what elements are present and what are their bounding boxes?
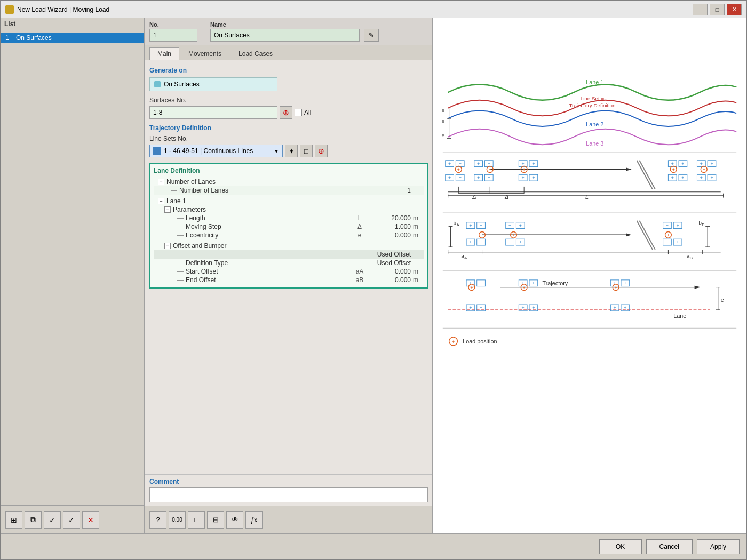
title-bar: New Load Wizard | Moving Load ─ □ ✕: [1, 1, 746, 18]
surfaces-no-input[interactable]: [149, 106, 277, 119]
line-sets-select[interactable]: 1 - 46,49-51 | Continuous Lines ▼: [149, 145, 283, 157]
copy-button[interactable]: ⧉: [25, 511, 42, 529]
collapse-offset-bumper[interactable]: −: [164, 243, 171, 249]
line-sets-add-button[interactable]: ✦: [285, 145, 298, 157]
lane3-diagram-label: Lane 3: [586, 140, 603, 147]
parameters-row: − Parameters: [154, 205, 424, 214]
svg-text:+: +: [512, 233, 515, 238]
tab-main[interactable]: Main: [149, 47, 179, 60]
maximize-button[interactable]: □: [710, 4, 725, 15]
collapse-number-of-lanes[interactable]: −: [158, 179, 164, 185]
moving-step-sym: Δ: [349, 223, 370, 230]
svg-line-7: [639, 161, 655, 189]
window-title: New Load Wizard | Moving Load: [17, 6, 109, 13]
end-offset-unit: m: [413, 276, 424, 284]
end-offset-label: End Offset: [186, 276, 349, 284]
svg-line-74: [639, 221, 655, 250]
tab-load-cases[interactable]: Load Cases: [231, 47, 281, 60]
apply-button[interactable]: Apply: [697, 539, 740, 554]
line-sets-edit-button[interactable]: □: [300, 145, 313, 157]
sidebar-item-on-surfaces[interactable]: 1 On Surfaces: [1, 33, 144, 43]
minimize-button[interactable]: ─: [693, 4, 708, 15]
fx-button[interactable]: ƒx: [245, 511, 263, 529]
svg-text:+: +: [532, 281, 535, 286]
svg-text:+: +: [522, 161, 525, 166]
check2-button[interactable]: ✓: [63, 511, 80, 529]
view-button[interactable]: □: [188, 511, 205, 529]
help-button[interactable]: ?: [149, 511, 166, 529]
lane1-label: Lane 1: [166, 197, 424, 205]
top-load-diagram: + + + + + + +: [446, 161, 724, 200]
svg-text:+: +: [488, 161, 490, 166]
length-label: Length: [186, 214, 349, 222]
start-offset-sym: aA: [349, 268, 370, 275]
e1-label: e: [442, 107, 445, 113]
moving-step-unit: m: [413, 223, 424, 230]
generate-on-box: On Surfaces: [149, 77, 277, 91]
action-bar: OK Cancel Apply: [1, 533, 746, 559]
start-offset-value: 0.000: [370, 268, 413, 275]
tab-movements[interactable]: Movements: [180, 47, 229, 60]
eye-button[interactable]: 👁: [226, 511, 243, 529]
lane1-row: − Lane 1: [154, 197, 424, 205]
svg-text:+: +: [480, 223, 482, 228]
trajectory-def-label: Trajectory Definition: [569, 102, 615, 108]
def-type-header: Used Offset: [370, 251, 413, 258]
trajectory-title: Trajectory Definition: [149, 124, 428, 132]
dropdown-arrow-icon: ▼: [274, 148, 279, 154]
length-row: — Length L 20.000 m: [154, 214, 424, 222]
svg-text:+: +: [523, 285, 526, 291]
svg-text:+: +: [470, 285, 473, 291]
svg-text:+: +: [508, 223, 511, 228]
svg-text:+: +: [480, 239, 482, 245]
no-label: No.: [149, 21, 204, 28]
close-button[interactable]: ✕: [727, 4, 742, 15]
line-sets-row: 1 - 46,49-51 | Continuous Lines ▼ ✦ □ ⊕: [149, 145, 428, 157]
surfaces-no-label: Surfaces No.: [149, 97, 428, 104]
comment-input[interactable]: [149, 487, 428, 502]
name-input[interactable]: [210, 29, 360, 42]
generate-on-dot: [154, 81, 161, 87]
delete-button[interactable]: ✕: [82, 511, 99, 529]
ok-button[interactable]: OK: [599, 539, 642, 554]
comment-section: Comment: [145, 474, 432, 506]
svg-text:+: +: [615, 285, 617, 291]
number-of-lanes-value: 1: [370, 187, 413, 194]
cancel-button[interactable]: Cancel: [646, 539, 693, 554]
main-panel-content: Generate on On Surfaces Surfaces No. ⊕ A…: [145, 60, 432, 474]
table-button[interactable]: ⊟: [207, 511, 224, 529]
number-of-lanes-value-row: — Number of Lanes 1: [154, 186, 424, 195]
check1-button[interactable]: ✓: [44, 511, 61, 529]
svg-text:+: +: [710, 161, 713, 166]
svg-text:+: +: [477, 175, 480, 180]
all-label: All: [304, 109, 311, 116]
sidebar-item-label: On Surfaces: [16, 34, 52, 42]
svg-text:+: +: [469, 305, 472, 310]
lane-def-title: Lane Definition: [154, 167, 424, 174]
parameters-label: Parameters: [173, 206, 424, 213]
svg-marker-124: [695, 286, 701, 289]
svg-text:+: +: [666, 223, 669, 228]
svg-text:+: +: [703, 167, 705, 172]
end-offset-sym: aB: [349, 276, 370, 284]
start-offset-row: — Start Offset aA 0.000 m: [154, 267, 424, 276]
tabs: Main Movements Load Cases: [145, 45, 432, 60]
collapse-parameters[interactable]: −: [164, 206, 171, 213]
add-button[interactable]: ⊞: [5, 511, 22, 529]
surfaces-row: ⊕ All: [149, 106, 428, 119]
svg-text:+: +: [452, 339, 455, 345]
svg-text:+: +: [666, 239, 669, 245]
end-offset-row: — End Offset aB 0.000 m: [154, 276, 424, 284]
all-checkbox[interactable]: [295, 109, 302, 116]
edit-name-button[interactable]: ✎: [364, 29, 379, 42]
num-button[interactable]: 0.00: [169, 511, 186, 529]
collapse-lane1[interactable]: −: [158, 198, 164, 204]
line-sets-label: Line Sets No.: [149, 135, 428, 142]
moving-step-value: 1.000: [370, 223, 413, 230]
surface-pick-button[interactable]: ⊕: [280, 106, 292, 119]
svg-text:+: +: [477, 161, 480, 166]
svg-text:+: +: [532, 175, 535, 180]
eccentricity-unit: m: [413, 231, 424, 239]
line-sets-pick-button[interactable]: ⊕: [315, 145, 328, 157]
no-input[interactable]: [149, 29, 197, 42]
